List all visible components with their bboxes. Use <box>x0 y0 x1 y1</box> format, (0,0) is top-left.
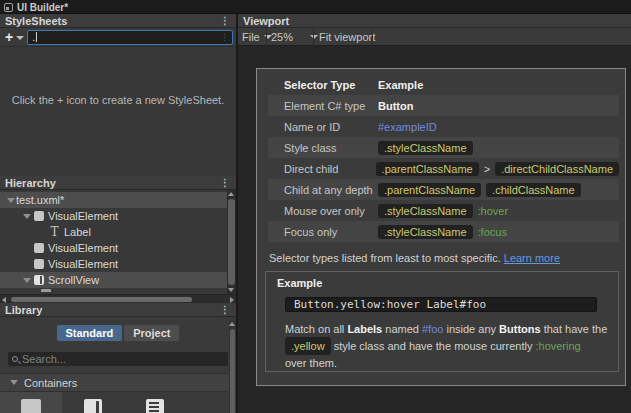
column-header: Example <box>378 79 423 91</box>
tab-standard[interactable]: Standard <box>57 325 123 341</box>
selector-example-cell: .parentClassName>.directChildClassName <box>376 162 619 176</box>
file-menu-button[interactable]: File <box>242 28 272 46</box>
library-title: Library <box>5 304 42 316</box>
scrollbar-thumb[interactable] <box>228 199 235 285</box>
text-cursor <box>36 32 37 42</box>
add-stylesheet-button[interactable]: + <box>0 30 15 44</box>
stylesheets-menu-icon[interactable]: ⋮ <box>218 16 232 26</box>
window-title: UI Builder* <box>17 2 68 13</box>
ui-builder-icon <box>4 3 13 12</box>
hierarchy-item-label: VisualElement <box>48 242 118 254</box>
selector-example-cell: .styleClassName <box>378 141 473 155</box>
hierarchy-item-visualelement[interactable]: VisualElement <box>0 240 236 256</box>
table-row: Focus only.styleClassName:focus <box>268 221 619 242</box>
text-segment-id: #foo <box>422 323 443 335</box>
search-placeholder: Search... <box>22 353 66 365</box>
selector-type-label: Focus only <box>284 226 378 238</box>
viewport-canvas: Selector Type Example Element C# typeBut… <box>238 46 631 413</box>
hierarchy-item-visualelement[interactable]: VisualElement <box>0 208 236 224</box>
expander-arrow-icon[interactable] <box>21 278 32 283</box>
text-segment-plain: style class and have the mouse currently <box>331 340 536 352</box>
text-segment-pseudo: :hover <box>478 205 509 217</box>
selector-type-label: Element C# type <box>284 100 378 112</box>
tab-ui-builder[interactable]: UI Builder* <box>0 0 631 14</box>
hierarchy-item-label: test.uxml* <box>16 194 64 206</box>
scroll-up-arrow-icon[interactable] <box>229 322 235 326</box>
expander-arrow-icon[interactable] <box>5 198 16 203</box>
selector-type-table: Selector Type Example Element C# typeBut… <box>268 75 619 242</box>
text-segment-bold: Button <box>378 100 413 112</box>
stylesheets-toolbar: + . ⋮ <box>0 28 236 47</box>
visual-element-icon <box>32 211 45 221</box>
library-menu-icon[interactable]: ⋮ <box>218 305 232 315</box>
toolbar-separator <box>313 28 314 46</box>
hierarchy-item-label: VisualElement <box>48 258 118 270</box>
new-selector-input[interactable]: . ⋮ <box>27 30 233 45</box>
visual-element-icon <box>32 259 45 269</box>
hierarchy-menu-icon[interactable]: ⋮ <box>218 178 232 188</box>
scrollbar-thumb[interactable] <box>11 297 192 302</box>
library-vertical-scrollbar[interactable] <box>229 320 236 413</box>
library-tiles <box>0 392 236 413</box>
table-body: Element C# typeButtonName or ID#exampleI… <box>268 95 619 242</box>
library-item-scroll-view[interactable] <box>62 392 124 413</box>
containers-foldout[interactable]: Containers <box>0 373 236 392</box>
hierarchy-item-visualelement[interactable]: VisualElement <box>0 256 236 272</box>
selector-example-cell: .styleClassName:focus <box>378 225 507 239</box>
table-row: Child at any depth.parentClassName.child… <box>268 179 619 200</box>
specificity-note: Selector types listed from least to most… <box>269 252 619 264</box>
text-segment-bold: Labels <box>347 323 382 335</box>
list-view-icon <box>146 399 164 413</box>
column-header: Selector Type <box>284 79 378 91</box>
fit-viewport-button[interactable]: Fit viewport <box>319 28 375 46</box>
library-item-visual-element[interactable] <box>0 392 62 413</box>
text-segment-pseudo: :hovering <box>535 340 580 352</box>
library-item-list-view[interactable] <box>124 392 186 413</box>
text-segment-chip: .styleClassName <box>378 225 473 239</box>
text-segment-chip: .styleClassName <box>378 141 473 155</box>
text-segment-plain: named <box>382 323 422 335</box>
text-segment-plain: over them. <box>285 357 337 369</box>
selector-type-label: Direct child <box>284 163 376 175</box>
viewport-toolbar: File 25% Fit viewport <box>238 28 631 46</box>
text-segment-chip: .parentClassName <box>378 183 481 197</box>
scrollbar-thumb[interactable] <box>230 329 235 413</box>
example-box: Example Button.yellow:hover Label#foo Ma… <box>265 271 619 372</box>
scroll-down-arrow-icon[interactable] <box>228 288 234 292</box>
hierarchy-item-scrollview[interactable]: ScrollView <box>0 272 236 288</box>
tab-project[interactable]: Project <box>124 325 179 341</box>
text-segment-pseudo: :focus <box>478 226 507 238</box>
learn-more-link[interactable]: Learn more <box>504 252 560 264</box>
file-menu-label: File <box>242 31 260 43</box>
text-segment-plain: Selector types listed from least to most… <box>269 252 504 264</box>
fit-viewport-label: Fit viewport <box>319 31 375 43</box>
text-segment-chip: .parentClassName <box>376 162 479 176</box>
viewport-column: Viewport File 25% Fit viewport Selector … <box>238 14 631 413</box>
selector-example-cell: .parentClassName.childClassName <box>378 183 581 197</box>
expander-arrow-icon[interactable] <box>21 214 32 219</box>
example-code-field: Button.yellow:hover Label#foo <box>285 297 597 312</box>
text-segment-id: #exampleID <box>378 121 437 133</box>
table-row: Name or ID#exampleID <box>268 116 619 137</box>
stylesheets-title: StyleSheets <box>5 15 67 27</box>
hierarchy-item-test-uxml[interactable]: test.uxml* <box>0 192 236 208</box>
scroll-up-arrow-icon[interactable] <box>228 192 234 196</box>
hierarchy-horizontal-scrollbar[interactable] <box>0 294 236 303</box>
hierarchy-item-label: Label <box>64 226 91 238</box>
text-segment-plain: > <box>484 163 490 175</box>
selector-type-label: Style class <box>284 142 378 154</box>
foldout-arrow-icon <box>10 380 18 385</box>
selector-help-panel: Selector Type Example Element C# typeBut… <box>256 68 626 386</box>
chevron-down-icon <box>310 35 318 39</box>
library-header: Library ⋮ <box>0 303 236 317</box>
selector-type-label: Mouse over only <box>284 205 378 217</box>
stylesheets-header: StyleSheets ⋮ <box>0 14 236 28</box>
zoom-dropdown[interactable]: 25% <box>271 28 318 46</box>
scroll-view-icon <box>84 399 102 413</box>
library-search-input[interactable]: Search... <box>8 352 228 366</box>
description-line: Match on all Labels named #foo inside an… <box>285 321 608 337</box>
search-icon <box>12 356 18 362</box>
add-dropdown-caret-icon[interactable] <box>16 36 24 40</box>
hierarchy-item-label[interactable]: TLabel <box>0 224 236 240</box>
hierarchy-vertical-scrollbar[interactable] <box>227 190 236 294</box>
